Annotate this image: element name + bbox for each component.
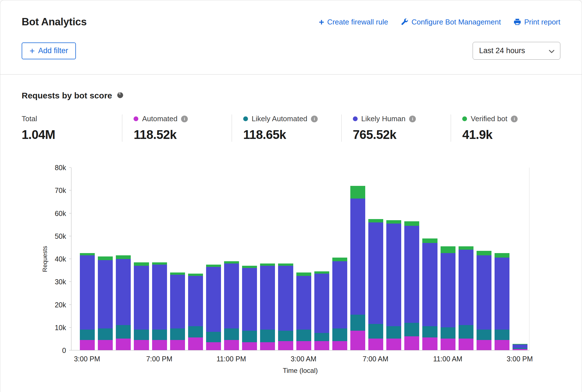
stacked-bar-8[interactable] [224, 168, 239, 350]
stacked-bar-1[interactable] [98, 168, 113, 350]
stat-likely-human-value: 765.52k [353, 128, 443, 142]
stat-automated: Automated i 118.52k [122, 114, 232, 142]
bar-segment [404, 226, 419, 323]
stacked-bar-16[interactable] [368, 168, 383, 350]
configure-bot-management-link[interactable]: Configure Bot Management [401, 18, 501, 26]
stat-likely-automated-label: Likely Automated [252, 114, 307, 123]
stacked-bar-20[interactable] [441, 168, 455, 350]
bar-segment [224, 340, 239, 350]
bar-segment [513, 344, 527, 348]
bar-segment [116, 325, 131, 339]
stacked-bar-21[interactable] [459, 168, 473, 350]
stacked-bar-3[interactable] [134, 168, 149, 350]
stacked-bar-18[interactable] [404, 168, 419, 350]
stacked-bar-19[interactable] [422, 168, 437, 350]
time-range-select[interactable]: Last 24 hours [473, 42, 560, 60]
stacked-bar-9[interactable] [242, 168, 257, 350]
bar-segment [368, 222, 383, 324]
bar-segment [188, 276, 203, 326]
bar-segment [278, 341, 293, 350]
bar-segment [224, 261, 239, 263]
bar-segment [278, 331, 293, 341]
bar-segment [350, 331, 365, 350]
stacked-bar-7[interactable] [206, 168, 221, 350]
stacked-bar-14[interactable] [332, 168, 347, 350]
bar-segment [495, 253, 509, 258]
create-firewall-rule-link[interactable]: + Create firewall rule [319, 17, 388, 26]
bar-segment [459, 325, 473, 339]
bot-analytics-page: Bot Analytics + Create firewall rule Con… [0, 0, 582, 392]
bar-segment [206, 267, 221, 332]
y-tick-label: 0 [62, 346, 66, 355]
legend-dot-3 [462, 116, 467, 121]
bar-segment [152, 262, 167, 265]
stacked-bar-17[interactable] [386, 168, 401, 350]
bar-segment [459, 250, 473, 325]
pie-chart-icon [117, 92, 124, 100]
x-axis-title: Time (local) [71, 367, 529, 375]
time-range-value: Last 24 hours [479, 46, 525, 55]
stat-likely-human: Likely Human i 765.52k [341, 114, 451, 142]
print-report-link[interactable]: Print report [514, 18, 560, 26]
add-filter-label: Add filter [38, 46, 68, 55]
stacked-bar-24[interactable] [513, 168, 527, 350]
bar-segment [188, 274, 203, 276]
x-tick-label: 11:00 AM [433, 355, 463, 363]
stat-automated-value: 118.52k [134, 128, 223, 142]
y-tick-mark [69, 305, 71, 305]
bar-segment [332, 328, 347, 341]
bar-segment [134, 266, 149, 330]
stacked-bar-15[interactable] [350, 168, 365, 350]
bar-segment [386, 220, 401, 224]
info-icon[interactable]: i [511, 116, 518, 122]
info-icon[interactable]: i [181, 116, 188, 122]
stacked-bar-0[interactable] [80, 168, 95, 350]
bar-segment [80, 340, 95, 350]
stacked-bar-5[interactable] [170, 168, 185, 350]
stacked-bar-23[interactable] [495, 168, 509, 350]
bar-segment [116, 255, 131, 259]
bar-segment [80, 253, 95, 255]
y-tick-label: 20k [55, 301, 66, 309]
stacked-bar-2[interactable] [116, 168, 131, 350]
info-icon[interactable]: i [311, 116, 318, 122]
bar-segment [188, 326, 203, 338]
x-tick-label: 3:00 PM [74, 355, 100, 363]
y-tick-label: 50k [55, 232, 66, 240]
bar-segment [242, 266, 257, 268]
bar-segment [242, 331, 257, 342]
bar-segment [224, 328, 239, 340]
bar-segment [350, 186, 365, 199]
bar-segment [260, 342, 275, 350]
bar-segment [441, 253, 455, 327]
chart-plot-area [71, 168, 529, 350]
printer-icon [514, 18, 521, 26]
print-report-label: Print report [524, 18, 560, 26]
stacked-bar-11[interactable] [278, 168, 293, 350]
bar-segment [80, 255, 95, 330]
bar-segment [170, 328, 185, 340]
bar-segment [350, 199, 365, 315]
bar-segment [134, 262, 149, 266]
stacked-bar-12[interactable] [296, 168, 311, 350]
bar-segment [152, 265, 167, 330]
add-filter-button[interactable]: + Add filter [22, 42, 76, 59]
info-icon[interactable]: i [409, 116, 416, 122]
stats-row: Total 1.04M Automated i 118.52k Likely A… [22, 114, 560, 142]
stacked-bar-4[interactable] [152, 168, 167, 350]
stacked-bar-13[interactable] [314, 168, 329, 350]
y-tick-label: 30k [55, 278, 66, 286]
y-tick-mark [69, 213, 71, 213]
x-tick-label: 3:00 AM [291, 355, 317, 363]
bar-segment [296, 330, 311, 341]
stacked-bar-22[interactable] [477, 168, 491, 350]
bar-segment [441, 339, 455, 350]
bar-segment [260, 266, 275, 330]
bar-segment [80, 330, 95, 340]
stacked-bar-10[interactable] [260, 168, 275, 350]
bar-segment [98, 260, 113, 328]
header: Bot Analytics + Create firewall rule Con… [0, 0, 582, 75]
stat-verified-bot-value: 41.9k [462, 128, 552, 142]
bar-segment [206, 342, 221, 350]
stacked-bar-6[interactable] [188, 168, 203, 350]
